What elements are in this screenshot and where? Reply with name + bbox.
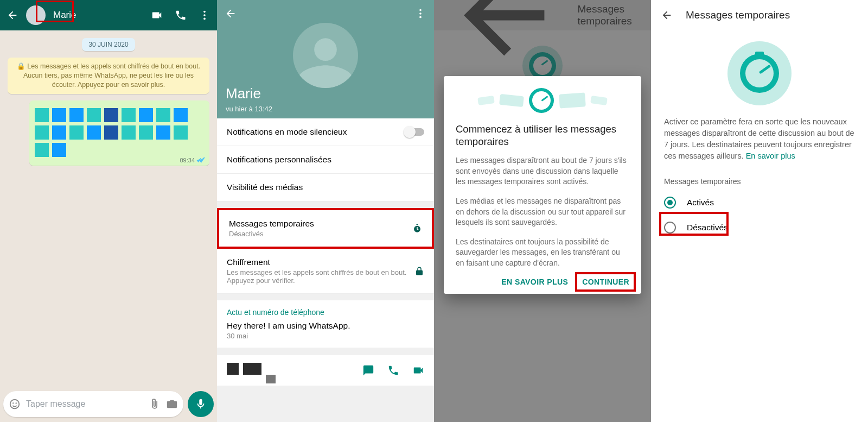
phone-number-redacted: [227, 363, 276, 378]
svg-point-3: [10, 400, 20, 409]
message-time: 09:34: [180, 157, 195, 163]
svg-point-8: [419, 16, 422, 18]
voice-call-icon[interactable]: [175, 9, 187, 21]
dialog-para-3: Les destinataires ont toujours la possib…: [456, 237, 629, 269]
continue-button[interactable]: CONTINUER: [582, 278, 629, 286]
voice-call-icon[interactable]: [387, 364, 399, 376]
svg-point-1: [203, 14, 206, 16]
radio-on-label: Activés: [687, 198, 714, 207]
intro-dialog: Commencez à utiliser les messages tempor…: [444, 76, 641, 294]
chat-body: 30 JUIN 2020 🔒 Les messages et les appel…: [0, 30, 217, 386]
mic-icon: [195, 398, 207, 410]
status-date: 30 mai: [217, 332, 434, 348]
svg-point-0: [203, 11, 206, 13]
learn-more-link[interactable]: En savoir plus: [746, 152, 795, 160]
row-media-label: Visibilité des médias: [227, 182, 303, 192]
dialog-illustration: [456, 87, 629, 114]
dialog-para-2: Les médias et les messages ne disparaîtr…: [456, 196, 629, 228]
phone-row: [217, 355, 434, 386]
page-title: Messages temporaires: [686, 9, 790, 21]
svg-rect-10: [417, 224, 418, 225]
svg-point-5: [16, 402, 17, 404]
profile-header: Marie vu hier à 13:42: [217, 0, 434, 118]
timer-icon: [412, 224, 422, 234]
date-pill: 30 JUIN 2020: [82, 38, 135, 51]
svg-point-6: [419, 9, 422, 11]
message-bubble-out[interactable]: 09:34: [29, 100, 209, 166]
avatar[interactable]: [26, 5, 46, 25]
timer-icon: [529, 88, 554, 113]
back-icon[interactable]: [7, 9, 18, 21]
timer-illustration: [727, 41, 792, 105]
dialog-para-1: Les messages disparaîtront au bout de 7 …: [456, 155, 629, 187]
composer: Taper message: [3, 389, 214, 419]
camera-icon[interactable]: [166, 398, 178, 410]
last-seen: vu hier à 13:42: [226, 105, 272, 113]
svg-point-4: [12, 402, 14, 404]
emoji-icon[interactable]: [9, 398, 21, 410]
back-icon[interactable]: [661, 9, 673, 21]
more-icon[interactable]: [199, 9, 210, 21]
video-call-icon[interactable]: [151, 9, 163, 21]
back-icon[interactable]: [225, 8, 237, 20]
svg-point-7: [419, 12, 422, 15]
redacted-content: [34, 105, 205, 157]
radio-option-off[interactable]: Désactivés: [651, 215, 868, 240]
read-ticks-icon: [196, 157, 205, 163]
avatar-large[interactable]: [293, 23, 358, 88]
radio-option-on[interactable]: Activés: [651, 190, 868, 215]
mic-button[interactable]: [188, 391, 214, 417]
person-icon: [298, 34, 353, 88]
video-call-icon[interactable]: [412, 364, 424, 376]
message-input[interactable]: Taper message: [3, 391, 183, 417]
setting-description: Activer ce paramètre fera en sorte que l…: [651, 116, 868, 162]
row-encryption-sub: Les messages et les appels sont chiffrés…: [227, 268, 424, 285]
profile-name: Marie: [226, 85, 261, 102]
learn-more-button[interactable]: EN SAVOIR PLUS: [501, 278, 568, 286]
row-disappearing-label: Messages temporaires: [229, 219, 314, 228]
status-text: Hey there! I am using WhatsApp.: [217, 319, 434, 332]
row-disappearing-sub: Désactivés: [229, 230, 422, 238]
row-mute[interactable]: Notifications en mode silencieux: [217, 118, 434, 146]
mute-toggle[interactable]: [405, 128, 424, 136]
screen-chat: Marie 30 JUIN 2020 🔒 Les messages et les…: [0, 0, 217, 422]
section-label: Messages temporaires: [651, 162, 868, 190]
lock-icon: [414, 266, 424, 276]
radio-off-icon: [664, 222, 676, 234]
row-media-visibility[interactable]: Visibilité des médias: [217, 174, 434, 201]
screen-contact-info: Marie vu hier à 13:42 Notifications en m…: [217, 0, 434, 422]
contact-name[interactable]: Marie: [53, 10, 143, 21]
message-input-placeholder: Taper message: [26, 399, 143, 409]
radio-off-label: Désactivés: [687, 223, 728, 232]
screen-disappearing-setting: Messages temporaires Activer ce paramètr…: [651, 0, 868, 422]
screen-disappearing-dialog: Messages temporaires Commencez à utilise…: [434, 0, 651, 422]
message-icon[interactable]: [362, 364, 374, 376]
encryption-notice[interactable]: 🔒 Les messages et les appels sont chiffr…: [8, 58, 209, 94]
radio-on-icon: [664, 197, 676, 209]
section-about-phone: Actu et numéro de téléphone: [217, 300, 434, 319]
chat-header: Marie: [0, 0, 217, 30]
dialog-title: Commencez à utiliser les messages tempor…: [456, 123, 629, 148]
row-encryption-label: Chiffrement: [227, 257, 270, 267]
more-icon[interactable]: [414, 8, 426, 20]
svg-point-2: [203, 18, 206, 20]
row-mute-label: Notifications en mode silencieux: [227, 127, 347, 136]
page-header: Messages temporaires: [651, 0, 868, 30]
attach-icon[interactable]: [149, 398, 161, 410]
row-disappearing-messages[interactable]: Messages temporaires Désactivés: [217, 208, 434, 249]
row-custom-label: Notifications personnalisées: [227, 155, 331, 164]
row-custom-notifications[interactable]: Notifications personnalisées: [217, 146, 434, 174]
row-encryption[interactable]: Chiffrement Les messages et les appels s…: [217, 249, 434, 294]
